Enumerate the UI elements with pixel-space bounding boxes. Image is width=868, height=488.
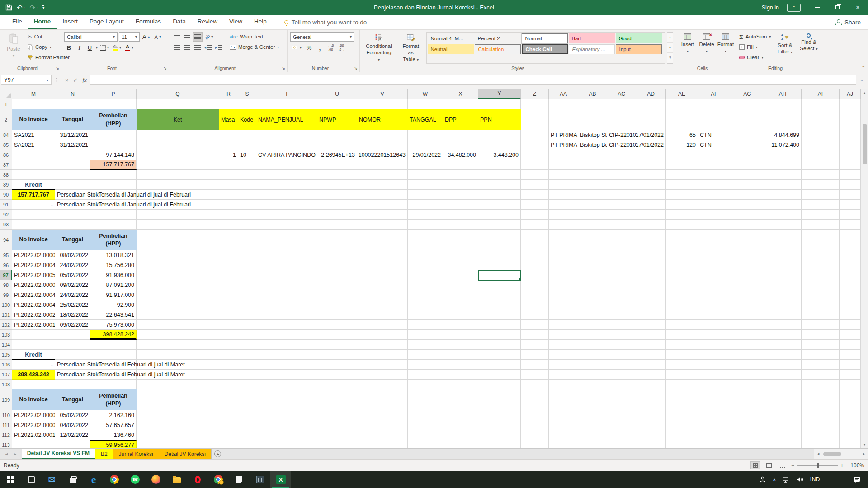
cell-Q108[interactable] xyxy=(137,380,219,389)
decrease-decimal-button[interactable]: .00.0→ xyxy=(337,43,346,52)
column-header-T[interactable]: T xyxy=(256,89,317,99)
cell-AI110[interactable] xyxy=(802,410,840,420)
sheet-tab-detail-jv-koreksi-vs-fm[interactable]: Detail JV Koreksi VS FM xyxy=(22,449,95,459)
cell-X86[interactable]: 34.482.000 xyxy=(443,150,478,160)
row-header-103[interactable]: 103 xyxy=(0,330,12,340)
cell-AA2[interactable] xyxy=(549,109,578,130)
cell-P1[interactable] xyxy=(90,99,137,109)
cell-S90[interactable] xyxy=(238,190,256,200)
cell-R95[interactable] xyxy=(219,250,238,260)
cell-AD111[interactable] xyxy=(636,420,666,430)
cell-AH110[interactable] xyxy=(764,410,802,420)
cell-AI96[interactable] xyxy=(802,260,840,270)
row-header-85[interactable]: 85 xyxy=(0,140,12,150)
cell-S103[interactable] xyxy=(238,330,256,340)
cell-AG102[interactable] xyxy=(731,320,764,330)
cell-R89[interactable] xyxy=(219,180,238,190)
cell-P2[interactable]: Pembelian (HPP) xyxy=(90,109,137,130)
cell-X90[interactable] xyxy=(443,190,478,200)
cell-Y95[interactable] xyxy=(478,250,521,260)
cell-AH86[interactable] xyxy=(764,150,802,160)
row-header-95[interactable]: 95 xyxy=(0,250,12,260)
tab-help[interactable]: Help xyxy=(248,15,273,29)
cell-W84[interactable] xyxy=(408,130,443,140)
cell-W85[interactable] xyxy=(408,140,443,150)
cell-V91[interactable] xyxy=(357,200,408,210)
cell-S106[interactable] xyxy=(238,360,256,370)
cell-S88[interactable] xyxy=(238,170,256,180)
cell-AA108[interactable] xyxy=(549,380,578,389)
cell-V84[interactable] xyxy=(357,130,408,140)
cell-U87[interactable] xyxy=(317,160,357,170)
cell-AH112[interactable] xyxy=(764,430,802,440)
cell-AF103[interactable] xyxy=(698,330,731,340)
cell-Y87[interactable] xyxy=(478,160,521,170)
style-item-percent-2[interactable]: Percent 2 xyxy=(475,33,521,43)
cell-AD98[interactable] xyxy=(636,280,666,290)
cell-V107[interactable] xyxy=(357,370,408,380)
cell-R101[interactable] xyxy=(219,310,238,320)
cell-U99[interactable] xyxy=(317,290,357,300)
cell-AC98[interactable] xyxy=(607,280,636,290)
cell-V108[interactable] xyxy=(357,380,408,389)
cell-P84[interactable] xyxy=(90,130,137,140)
conditional-formatting-button[interactable]: ≠ ConditionalFormatting ▾ xyxy=(363,32,395,64)
cell-AC2[interactable] xyxy=(607,109,636,130)
cell-AB2[interactable] xyxy=(578,109,607,130)
cell-P112[interactable]: 136.460 xyxy=(90,430,137,440)
cell-N109[interactable]: Tanggal xyxy=(55,389,90,410)
cell-AB88[interactable] xyxy=(578,170,607,180)
cell-AE111[interactable] xyxy=(666,420,698,430)
cell-W2[interactable]: TANGGAL xyxy=(408,109,443,130)
cell-AF102[interactable] xyxy=(698,320,731,330)
cell-AB93[interactable] xyxy=(578,220,607,230)
cell-AH92[interactable] xyxy=(764,210,802,220)
cell-Q100[interactable] xyxy=(137,300,219,310)
column-header-AA[interactable]: AA xyxy=(549,89,578,99)
cell-Z85[interactable] xyxy=(521,140,549,150)
cell-AA90[interactable] xyxy=(549,190,578,200)
cell-W86[interactable]: 29/01/2022 xyxy=(408,150,443,160)
cell-Q84[interactable] xyxy=(137,130,219,140)
row-header-2[interactable]: 2 xyxy=(0,109,12,130)
cell-M103[interactable] xyxy=(12,330,55,340)
cell-M93[interactable] xyxy=(12,220,55,230)
increase-decimal-button[interactable]: ←.0.00 xyxy=(326,43,335,52)
cell-U98[interactable] xyxy=(317,280,357,290)
cell-AI104[interactable] xyxy=(802,340,840,350)
cell-R103[interactable] xyxy=(219,330,238,340)
cell-AG97[interactable] xyxy=(731,270,764,280)
cell-AI86[interactable] xyxy=(802,150,840,160)
cell-AG87[interactable] xyxy=(731,160,764,170)
cell-P102[interactable]: 75.973.000 xyxy=(90,320,137,330)
cell-AC108[interactable] xyxy=(607,380,636,389)
cell-AE113[interactable] xyxy=(666,440,698,448)
cell-U88[interactable] xyxy=(317,170,357,180)
cell-N93[interactable] xyxy=(55,220,90,230)
vertical-scroll-thumb[interactable] xyxy=(863,124,867,164)
cell-AE110[interactable] xyxy=(666,410,698,420)
cell-S107[interactable] xyxy=(238,370,256,380)
column-header-AF[interactable]: AF xyxy=(698,89,731,99)
cell-W112[interactable] xyxy=(408,430,443,440)
cell-AJ95[interactable] xyxy=(840,250,861,260)
cell-AE106[interactable] xyxy=(666,360,698,370)
cell-V97[interactable] xyxy=(357,270,408,280)
cell-AC113[interactable] xyxy=(607,440,636,448)
column-header-S[interactable]: S xyxy=(238,89,256,99)
row-header-90[interactable]: 90 xyxy=(0,190,12,200)
cell-Z102[interactable] xyxy=(521,320,549,330)
cell-AC97[interactable] xyxy=(607,270,636,280)
people-icon[interactable] xyxy=(759,476,766,483)
cell-AJ107[interactable] xyxy=(840,370,861,380)
cell-AC104[interactable] xyxy=(607,340,636,350)
cell-AG86[interactable] xyxy=(731,150,764,160)
cell-AE86[interactable] xyxy=(666,150,698,160)
sign-in-button[interactable]: Sign in xyxy=(762,5,779,11)
cell-AF111[interactable] xyxy=(698,420,731,430)
cell-M109[interactable]: No Invoice xyxy=(12,389,55,410)
cell-U2[interactable]: NPWP xyxy=(317,109,357,130)
cell-AA105[interactable] xyxy=(549,350,578,360)
cell-Q103[interactable] xyxy=(137,330,219,340)
network-icon[interactable] xyxy=(783,477,790,483)
